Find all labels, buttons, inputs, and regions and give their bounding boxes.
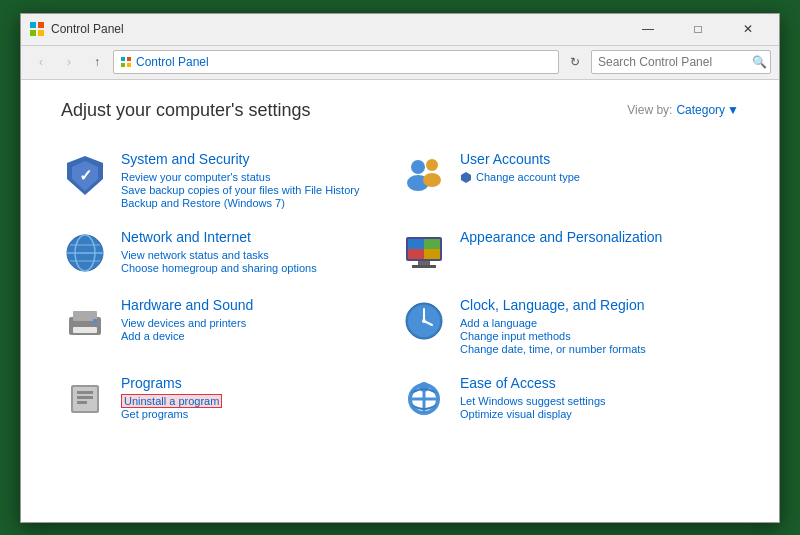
window-title: Control Panel [51,22,625,36]
category-system-security: ✓ System and Security Review your comput… [61,141,400,219]
system-security-link3[interactable]: Backup and Restore (Windows 7) [121,197,390,209]
address-bar: ‹ › ↑ Control Panel ↻ 🔍 [21,46,779,80]
search-box: 🔍 [591,50,771,74]
ease-link1[interactable]: Let Windows suggest settings [460,395,729,407]
window-controls: — □ ✕ [625,14,771,44]
uninstall-program-link[interactable]: Uninstall a program [121,394,222,408]
hardware-sound-title[interactable]: Hardware and Sound [121,297,390,313]
clock-language-content: Clock, Language, and Region Add a langua… [460,297,729,355]
change-account-link[interactable]: Change account type [476,171,580,183]
svg-rect-41 [77,396,93,399]
svg-rect-7 [127,63,131,67]
clock-link3[interactable]: Change date, time, or number formats [460,343,729,355]
breadcrumb: Control Panel [113,50,559,74]
back-button[interactable]: ‹ [29,50,53,74]
svg-rect-0 [30,22,36,28]
category-programs: Programs Uninstall a program Get program… [61,365,400,433]
programs-content: Programs Uninstall a program Get program… [121,375,390,420]
category-hardware-sound: Hardware and Sound View devices and prin… [61,287,400,365]
view-by-value-text: Category [676,103,725,117]
ease-of-access-title[interactable]: Ease of Access [460,375,729,391]
category-network-internet: Network and Internet View network status… [61,219,400,287]
svg-point-11 [411,160,425,174]
svg-rect-32 [93,319,97,323]
refresh-button[interactable]: ↻ [563,50,587,74]
programs-icon [61,375,109,423]
category-ease-of-access: Ease of Access Let Windows suggest setti… [400,365,739,433]
hardware-link1[interactable]: View devices and printers [121,317,390,329]
system-security-content: System and Security Review your computer… [121,151,390,209]
control-panel-window: Control Panel — □ ✕ ‹ › ↑ Control Panel … [20,13,780,523]
chevron-down-icon: ▼ [727,103,739,117]
svg-rect-5 [127,57,131,61]
category-user-accounts: User Accounts Change account type [400,141,739,219]
system-security-title[interactable]: System and Security [121,151,390,167]
search-icon: 🔍 [752,55,767,69]
svg-rect-3 [38,30,44,36]
svg-rect-42 [77,401,87,404]
svg-rect-24 [424,239,440,249]
hardware-sound-content: Hardware and Sound View devices and prin… [121,297,390,342]
view-by-dropdown[interactable]: Category ▼ [676,103,739,117]
svg-point-13 [426,159,438,171]
forward-button[interactable]: › [57,50,81,74]
window-icon [29,21,45,37]
clock-link1[interactable]: Add a language [460,317,729,329]
svg-rect-40 [77,391,93,394]
network-internet-icon [61,229,109,277]
system-security-icon: ✓ [61,151,109,199]
svg-rect-28 [412,265,436,268]
svg-rect-1 [38,22,44,28]
up-button[interactable]: ↑ [85,50,109,74]
svg-rect-2 [30,30,36,36]
categories-grid: ✓ System and Security Review your comput… [61,141,739,433]
breadcrumb-root[interactable]: Control Panel [136,55,209,69]
ease-of-access-content: Ease of Access Let Windows suggest setti… [460,375,729,420]
svg-rect-23 [408,239,424,249]
content-area: Adjust your computer's settings View by:… [21,80,779,522]
maximize-button[interactable]: □ [675,14,721,44]
appearance-content: Appearance and Personalization [460,229,729,249]
user-accounts-content: User Accounts Change account type [460,151,729,183]
close-button[interactable]: ✕ [725,14,771,44]
hardware-sound-icon [61,297,109,345]
network-internet-content: Network and Internet View network status… [121,229,390,274]
hardware-link2[interactable]: Add a device [121,330,390,342]
view-by-control: View by: Category ▼ [627,103,739,117]
title-bar: Control Panel — □ ✕ [21,14,779,46]
clock-language-icon [400,297,448,345]
svg-rect-6 [121,63,125,67]
page-title: Adjust your computer's settings [61,100,311,121]
search-input[interactable] [598,55,748,69]
svg-rect-4 [121,57,125,61]
svg-marker-15 [461,172,471,183]
user-accounts-link1: Change account type [460,171,729,183]
clock-link2[interactable]: Change input methods [460,330,729,342]
category-appearance: Appearance and Personalization [400,219,739,287]
category-clock-language: Clock, Language, and Region Add a langua… [400,287,739,365]
appearance-title[interactable]: Appearance and Personalization [460,229,729,245]
view-by-label: View by: [627,103,672,117]
svg-point-14 [423,173,441,187]
user-accounts-icon [400,151,448,199]
svg-rect-31 [73,327,97,333]
get-programs-link[interactable]: Get programs [121,408,390,420]
svg-rect-25 [408,249,424,259]
system-security-link1[interactable]: Review your computer's status [121,171,390,183]
appearance-icon [400,229,448,277]
minimize-button[interactable]: — [625,14,671,44]
content-header: Adjust your computer's settings View by:… [61,100,739,121]
programs-title[interactable]: Programs [121,375,390,391]
system-security-link2[interactable]: Save backup copies of your files with Fi… [121,184,390,196]
user-accounts-title[interactable]: User Accounts [460,151,729,167]
ease-of-access-icon [400,375,448,423]
svg-rect-26 [424,249,440,259]
svg-rect-27 [418,261,430,265]
clock-language-title[interactable]: Clock, Language, and Region [460,297,729,313]
network-link2[interactable]: Choose homegroup and sharing options [121,262,390,274]
ease-link2[interactable]: Optimize visual display [460,408,729,420]
svg-point-37 [422,319,426,323]
network-internet-title[interactable]: Network and Internet [121,229,390,245]
svg-text:✓: ✓ [79,167,92,184]
network-link1[interactable]: View network status and tasks [121,249,390,261]
